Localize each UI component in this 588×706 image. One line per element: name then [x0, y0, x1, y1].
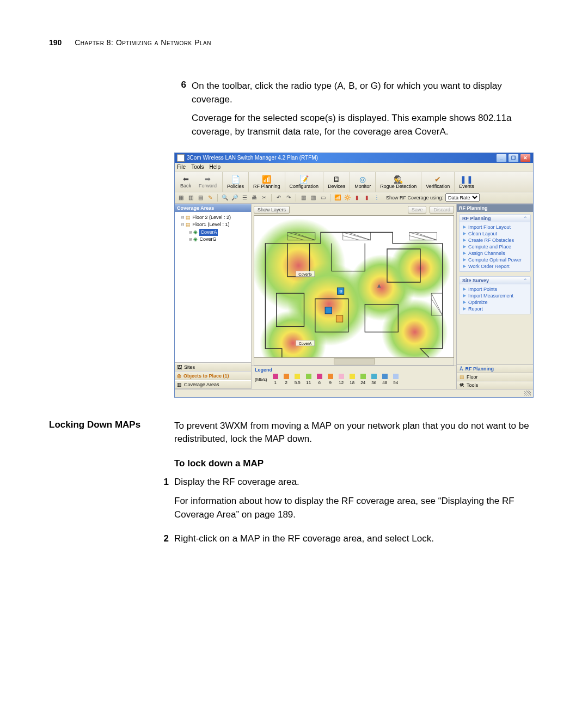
tool-icon[interactable]: 🔆 — [344, 194, 351, 202]
right-pane-header: RF Planning — [457, 204, 533, 212]
tb-devices[interactable]: 🖥Devices — [323, 172, 350, 192]
tb-configuration[interactable]: 📝Configuration — [285, 172, 324, 192]
maximize-button[interactable]: ❐ — [508, 154, 519, 162]
task-item[interactable]: ▶Clean Layout — [463, 230, 527, 237]
tree-coverA[interactable]: CoverA — [199, 229, 218, 236]
task-item[interactable]: ▶Work Order Report — [463, 263, 527, 270]
tool-icon[interactable]: ▧ — [299, 194, 307, 202]
legend-item: 9 — [328, 374, 333, 385]
arrow-icon: ▶ — [463, 244, 466, 249]
tool-icon[interactable]: ▤ — [197, 194, 204, 202]
tool-icon[interactable]: ▦ — [177, 194, 185, 202]
legend-item: 6 — [317, 374, 322, 385]
menu-help[interactable]: Help — [209, 164, 220, 170]
tab-sites[interactable]: 🖼Sites — [175, 363, 251, 372]
rtab-tools[interactable]: 🛠Tools — [457, 381, 533, 389]
coverage-tab-icon: ▥ — [177, 382, 182, 387]
tb-monitor[interactable]: ◎Monitor — [350, 172, 376, 192]
tb-rogue[interactable]: 🕵Rogue Detection — [376, 172, 421, 192]
coverage-icon: ◉ — [193, 236, 198, 244]
tree-coverG[interactable]: CoverG — [199, 236, 216, 244]
legend-item: 24 — [360, 374, 366, 385]
resize-grip-icon[interactable] — [524, 391, 531, 396]
task-group-rf: RF Planning⌃ ▶Import Floor Layout▶Clean … — [459, 214, 531, 272]
tool-icon[interactable]: ▮ — [363, 194, 371, 202]
h-scrollbar[interactable] — [254, 358, 454, 366]
tab-coverage[interactable]: ▥Coverage Areas — [175, 380, 251, 389]
legend-item: 18 — [350, 374, 355, 385]
discard-button[interactable]: Discard — [430, 206, 454, 214]
tool-icon[interactable]: ✂ — [260, 194, 268, 202]
section-heading: Locking Down MAPs — [49, 419, 174, 550]
menu-tools[interactable]: Tools — [191, 164, 204, 170]
tool-icon[interactable]: ▥ — [187, 194, 194, 202]
tb-rf-planning[interactable]: 📶RF Planning — [249, 172, 285, 192]
legend-item: 12 — [339, 374, 344, 385]
print-icon[interactable]: 🖶 — [250, 194, 258, 202]
tg-title: Site Survey — [462, 278, 489, 283]
minimize-button[interactable]: _ — [496, 154, 507, 162]
task-item[interactable]: ▶Assign Channels — [463, 250, 527, 257]
coverage-tree[interactable]: ⊟▤Floor 2 (Level : 2) ⊟▤Floor1 (Level : … — [175, 212, 251, 362]
tb-events[interactable]: ❚❚Events — [455, 172, 479, 192]
arrow-icon: ▶ — [463, 251, 466, 255]
tool-icon[interactable]: ✎ — [206, 194, 214, 202]
window-title: 3Com Wireless LAN Switch Manager 4.2 Pla… — [187, 155, 318, 161]
zoom-in-icon[interactable]: 🔍 — [221, 194, 229, 202]
collapse-icon[interactable]: ⌃ — [523, 216, 528, 221]
task-item[interactable]: ▶Create RF Obstacles — [463, 237, 527, 244]
step-text: Right-click on a MAP in the RF coverage … — [174, 532, 539, 546]
arrow-icon: ▶ — [463, 306, 466, 311]
tool-icon[interactable]: ⋮ — [373, 194, 381, 202]
coverage-dropdown[interactable]: Data Rate — [445, 193, 480, 202]
task-group-survey: Site Survey⌃ ▶Import Points▶Import Measu… — [459, 276, 531, 314]
section-lead: To prevent 3WXM from moving a MAP on you… — [174, 419, 539, 446]
titlebar[interactable]: 3Com Wireless LAN Switch Manager 4.2 Pla… — [175, 153, 533, 163]
redo-icon[interactable]: ↷ — [285, 194, 292, 202]
task-item[interactable]: ▶Compute Optimal Power — [463, 257, 527, 263]
configuration-icon: 📝 — [299, 175, 309, 184]
show-layers-button[interactable]: Show Layers — [254, 206, 290, 214]
tree-floor1[interactable]: Floor1 (Level : 1) — [192, 221, 229, 229]
tree-floor2[interactable]: Floor 2 (Level : 2) — [192, 214, 231, 222]
tool-icon[interactable]: ▮ — [353, 194, 361, 202]
coverage-label: Show RF Coverage using: — [386, 195, 443, 200]
svg-rect-9 — [336, 315, 342, 322]
undo-icon[interactable]: ↶ — [275, 194, 283, 202]
task-item[interactable]: ▶Compute and Place — [463, 244, 527, 250]
coverage-icon: ◉ — [193, 229, 198, 236]
tools-icon: 🛠 — [460, 382, 464, 388]
task-item[interactable]: ▶Report — [463, 306, 527, 312]
step-text: On the toolbar, click the radio type (A,… — [192, 80, 539, 106]
save-button[interactable]: Save — [408, 206, 427, 214]
task-item[interactable]: ▶Import Floor Layout — [463, 224, 527, 230]
svg-text:⚙: ⚙ — [339, 289, 342, 294]
legend-item: 54 — [393, 374, 399, 385]
tool-icon[interactable]: ▭ — [319, 194, 327, 202]
back-icon: ⬅ — [183, 175, 189, 183]
tool-icon[interactable]: ▨ — [309, 194, 317, 202]
tab-objects[interactable]: ◎Objects to Place (1) — [175, 372, 251, 380]
rf-icon: Å — [460, 366, 463, 372]
floorplan-canvas[interactable]: ⚙ ▲ CoverG CoverA — [254, 215, 454, 358]
task-item[interactable]: ▶Optimize — [463, 299, 527, 306]
nav-back[interactable]: ⬅Back — [180, 175, 191, 188]
close-button[interactable]: ✕ — [520, 154, 531, 162]
main-toolbar: ⬅Back ➡Forward 📄Policies 📶RF Planning 📝C… — [175, 172, 533, 192]
menu-file[interactable]: File — [177, 164, 186, 170]
rtab-floor[interactable]: ▤Floor — [457, 373, 533, 381]
nav-forward[interactable]: ➡Forward — [199, 175, 217, 188]
task-item[interactable]: ▶Import Points — [463, 286, 527, 293]
tool-icon[interactable]: ☰ — [241, 194, 248, 202]
task-item[interactable]: ▶Import Measurement — [463, 293, 527, 299]
signal-icon[interactable]: 📶 — [334, 194, 341, 202]
rtab-rf[interactable]: ÅRF Planning — [457, 364, 533, 373]
collapse-icon[interactable]: ⌃ — [523, 278, 528, 283]
tb-verification[interactable]: ✔Verification — [421, 172, 455, 192]
procedure-heading: To lock down a MAP — [174, 457, 539, 471]
zoom-out-icon[interactable]: 🔎 — [231, 194, 238, 202]
arrow-icon: ▶ — [463, 238, 466, 242]
tb-policies[interactable]: 📄Policies — [223, 172, 249, 192]
app-icon — [177, 154, 185, 162]
label-coverG: CoverG — [298, 272, 311, 276]
